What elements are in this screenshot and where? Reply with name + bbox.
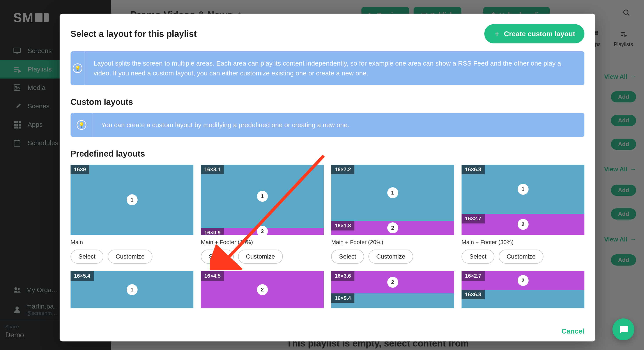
layout-preview[interactable]: 16×91 — [70, 165, 194, 235]
layout-area-footer: 16×0.92 — [201, 228, 324, 235]
layout-area-header: 16×2.72 — [462, 271, 584, 290]
layout-card: 16×91MainSelectCustomize — [70, 165, 194, 264]
layout-area-main: 16×6.3 — [462, 290, 584, 308]
ratio-tag: 16×8.1 — [201, 165, 224, 174]
cancel-button[interactable]: Cancel — [562, 327, 584, 335]
layout-area-main: 16×91 — [70, 165, 194, 235]
layout-preview[interactable]: 16×3.6216×5.4 — [331, 271, 454, 308]
ratio-tag: 16×1.8 — [331, 221, 354, 231]
layout-area-header: 16×4.52 — [201, 271, 324, 308]
zone-number: 2 — [518, 275, 528, 286]
layout-name: Main — [70, 239, 194, 246]
create-custom-layout-button[interactable]: ＋ Create custom layout — [484, 24, 584, 43]
layout-modal: Select a layout for this playlist ＋ Crea… — [60, 14, 595, 341]
ratio-tag: 16×5.4 — [70, 271, 94, 281]
zone-number: 2 — [387, 222, 398, 233]
modal-title: Select a layout for this playlist — [70, 29, 197, 39]
select-button[interactable]: Select — [201, 250, 234, 264]
layout-area-main: 16×8.11 — [201, 165, 324, 228]
layout-name: Main + Footer (20%) — [331, 239, 454, 246]
layout-area-main: 16×6.31 — [462, 165, 584, 214]
customize-button[interactable]: Customize — [368, 250, 413, 264]
zone-number: 2 — [387, 277, 398, 288]
layout-preview[interactable]: 16×2.7216×6.3 — [462, 271, 584, 308]
layout-preview[interactable]: 16×5.41 — [70, 271, 194, 308]
layout-preview[interactable]: 16×6.3116×2.72 — [462, 165, 584, 235]
layout-card: 16×4.52 — [201, 271, 324, 308]
layout-preview[interactable]: 16×4.52 — [201, 271, 324, 308]
layout-card: 16×2.7216×6.3 — [462, 271, 584, 308]
lightbulb-icon: 💡 — [77, 120, 86, 130]
layout-area-header: 16×3.62 — [331, 271, 454, 293]
layout-name: Main + Footer (30%) — [462, 239, 584, 246]
zone-number: 1 — [126, 284, 138, 295]
ratio-tag: 16×9 — [70, 165, 89, 174]
layout-actions: SelectCustomize — [462, 250, 584, 264]
layout-preview[interactable]: 16×8.1116×0.92 — [201, 165, 324, 235]
create-custom-layout-label: Create custom layout — [504, 30, 575, 38]
layout-actions: SelectCustomize — [70, 250, 194, 264]
ratio-tag: 16×5.4 — [331, 293, 354, 303]
info-box-2: 💡 You can create a custom layout by modi… — [70, 113, 584, 137]
zone-number: 2 — [257, 284, 268, 295]
select-button[interactable]: Select — [70, 250, 104, 264]
select-button[interactable]: Select — [331, 250, 364, 264]
ratio-tag: 16×2.7 — [462, 214, 485, 224]
zone-number: 1 — [126, 194, 138, 205]
customize-button[interactable]: Customize — [499, 250, 544, 264]
layout-area-footer: 16×1.82 — [331, 221, 454, 235]
chat-widget[interactable] — [612, 318, 634, 340]
layout-area-footer: 16×2.72 — [462, 214, 584, 235]
predefined-layouts-heading: Predefined layouts — [70, 149, 584, 158]
layout-card: 16×8.1116×0.92Main + Footer (10%)SelectC… — [201, 165, 324, 264]
ratio-tag: 16×7.2 — [331, 165, 354, 174]
info-text-1: Layout splits the screen to multiple are… — [85, 51, 584, 85]
plus-icon: ＋ — [494, 29, 500, 39]
layout-actions: SelectCustomize — [331, 250, 454, 264]
layout-area-main: 16×7.21 — [331, 165, 454, 221]
layout-preview[interactable]: 16×7.2116×1.82 — [331, 165, 454, 235]
zone-number: 1 — [387, 187, 398, 198]
layout-card: 16×7.2116×1.82Main + Footer (20%)SelectC… — [331, 165, 454, 264]
select-button[interactable]: Select — [462, 250, 494, 264]
ratio-tag: 16×4.5 — [201, 271, 224, 281]
custom-layouts-heading: Custom layouts — [70, 97, 584, 107]
layout-name: Main + Footer (10%) — [201, 239, 324, 246]
layout-card: 16×5.41 — [70, 271, 194, 308]
layout-actions: SelectCustomize — [201, 250, 324, 264]
customize-button[interactable]: Customize — [238, 250, 283, 264]
zone-number: 1 — [257, 191, 268, 202]
lightbulb-icon: 💡 — [73, 63, 82, 73]
ratio-tag: 16×0.9 — [201, 228, 224, 235]
info-text-2: You can create a custom layout by modify… — [92, 113, 358, 137]
ratio-tag: 16×6.3 — [462, 290, 485, 299]
customize-button[interactable]: Customize — [108, 250, 152, 264]
layout-area-main: 16×5.4 — [331, 293, 454, 308]
ratio-tag: 16×6.3 — [462, 165, 485, 174]
layout-area-main: 16×5.41 — [70, 271, 194, 308]
layout-card: 16×3.6216×5.4 — [331, 271, 454, 308]
layout-card: 16×6.3116×2.72Main + Footer (30%)SelectC… — [462, 165, 584, 264]
info-box-1: 💡 Layout splits the screen to multiple a… — [70, 51, 584, 85]
zone-number: 1 — [518, 184, 528, 195]
chat-icon — [618, 324, 629, 335]
ratio-tag: 16×3.6 — [331, 271, 354, 281]
ratio-tag: 16×2.7 — [462, 271, 485, 281]
zone-number: 2 — [518, 219, 528, 230]
